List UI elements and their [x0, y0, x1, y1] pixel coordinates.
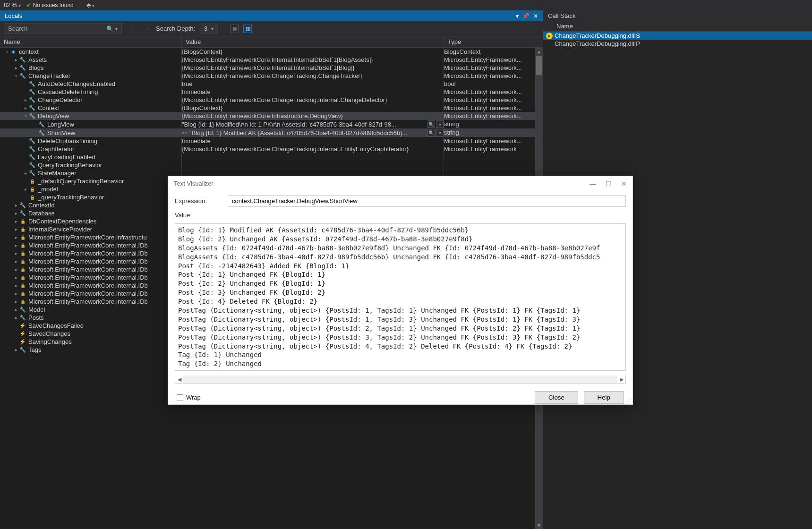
expander-icon[interactable]: ▸ [13, 307, 19, 312]
dropdown-icon[interactable]: ▾ [436, 129, 444, 137]
expander-icon[interactable]: ▸ [13, 299, 19, 304]
tree-row[interactable]: 🔧QueryTrackingBehavior [0, 161, 543, 169]
node-name: Model [28, 306, 45, 313]
locals-panel-title[interactable]: Locals ▾ 📌 ✕ [0, 10, 543, 21]
close-icon[interactable]: ✕ [533, 13, 538, 19]
scroll-right-icon[interactable]: ▶ [617, 376, 625, 383]
visualizer-icon[interactable]: 🔍 [427, 120, 435, 128]
lock-icon: 🔒 [19, 242, 26, 249]
column-type[interactable]: Type [444, 36, 543, 47]
expander-icon[interactable]: ▸ [13, 235, 19, 240]
search-input[interactable]: Search 🔍 ▾ [4, 23, 122, 34]
callstack-row[interactable]: ▸ChangeTrackerDebugging.dll!S [543, 32, 812, 40]
expander-icon[interactable]: ▸ [13, 65, 19, 70]
tree-row[interactable]: ▸🔧Blogs{Microsoft.EntityFrameworkCore.In… [0, 64, 543, 72]
tree-row[interactable]: ▸🔧Context{BlogsContext}Microsoft.EntityF… [0, 104, 543, 112]
issues-status[interactable]: ✔No issues found [26, 2, 74, 9]
node-name: Microsoft.EntityFrameworkCore.Internal.I… [28, 282, 148, 289]
tree-row[interactable]: 🔧AutoDetectChangesEnabledtruebool [0, 80, 543, 88]
tree-row[interactable]: ▸🔧Assets{Microsoft.EntityFrameworkCore.I… [0, 56, 543, 64]
node-name: DebugView [38, 112, 69, 119]
filter-icon[interactable]: ▦ [230, 25, 239, 33]
expander-icon[interactable]: ▸ [23, 171, 28, 176]
node-name: ChangeTracker [28, 72, 70, 79]
nav-forward-icon[interactable]: → [141, 24, 151, 33]
tree-row[interactable]: 🔧CascadeDeleteTimingImmediateMicrosoft.E… [0, 88, 543, 96]
maximize-icon[interactable]: ☐ [606, 180, 612, 188]
expander-icon[interactable]: ▿ [13, 73, 19, 78]
tag-icon[interactable]: ⬘ ▾ [86, 2, 94, 9]
tree-row[interactable]: 🔧GraphIterator{Microsoft.EntityFramework… [0, 145, 543, 153]
expander-icon[interactable]: ▸ [13, 275, 19, 280]
column-value[interactable]: Value [182, 36, 444, 47]
expander-icon[interactable]: ▸ [13, 227, 19, 232]
visualizer-icon[interactable]: 🔍 [427, 129, 435, 137]
node-type: string [444, 120, 543, 128]
pin-icon[interactable]: 📌 [522, 13, 530, 19]
node-name: Blogs [28, 64, 44, 71]
pin-icon[interactable]: ⊷ [182, 129, 188, 136]
expander-icon[interactable]: ▸ [13, 243, 19, 248]
wrap-checkbox[interactable]: Wrap [177, 394, 201, 401]
scroll-thumb[interactable] [536, 56, 542, 75]
dialog-title: Text Visualizer [174, 180, 214, 188]
search-icon[interactable]: 🔍 [106, 26, 113, 32]
expander-icon[interactable]: ▸ [13, 267, 19, 272]
node-value: {Microsoft.EntityFrameworkCore.Infrastru… [182, 112, 444, 119]
search-depth-label: Search Depth: [156, 25, 195, 32]
resize-grip-icon[interactable]: ⋰ [625, 400, 631, 403]
tree-row[interactable]: ▿🔧DebugView{Microsoft.EntityFrameworkCor… [0, 112, 543, 120]
dropdown-icon[interactable]: ▾ [436, 120, 444, 128]
wrench-icon: 🔧 [19, 307, 26, 313]
column-name[interactable]: Name [0, 36, 182, 47]
close-button[interactable]: Close [535, 391, 578, 404]
expander-icon[interactable]: ▸ [23, 187, 28, 192]
zoom-level[interactable]: 82 % ▾ [4, 2, 21, 9]
expression-input[interactable] [228, 195, 626, 207]
nav-back-icon[interactable]: ← [127, 24, 137, 33]
scroll-down-icon[interactable]: ▼ [535, 521, 543, 529]
expander-icon[interactable]: ▸ [13, 219, 19, 224]
expander-icon[interactable]: ▿ [4, 49, 9, 54]
expander-icon[interactable]: ▿ [23, 113, 28, 119]
expander-icon[interactable]: ▸ [23, 105, 28, 111]
expander-icon[interactable]: ▸ [23, 97, 28, 102]
tree-row[interactable]: ▿◈context{BlogsContext}BlogsContext [0, 48, 543, 56]
wrench-icon: 🔧 [28, 146, 36, 153]
horizontal-scrollbar[interactable]: ◀ ▶ [175, 375, 626, 384]
close-icon[interactable]: ✕ [621, 180, 627, 188]
expander-icon[interactable]: ▸ [13, 291, 19, 296]
wrench-icon: 🔧 [19, 315, 26, 321]
expander-icon[interactable]: ▸ [13, 283, 19, 288]
tree-row[interactable]: 🔧ShortView⊷"Blog {Id: 1} Modified AK {As… [0, 128, 543, 137]
expander-icon[interactable]: ▸ [13, 259, 19, 264]
tree-row[interactable]: 🔧DeleteOrphansTimingImmediateMicrosoft.E… [0, 137, 543, 145]
tree-row[interactable]: ▸🔧ChangeDetector{Microsoft.EntityFramewo… [0, 96, 543, 104]
callstack-panel-title[interactable]: Call Stack [543, 10, 812, 21]
node-type: Microsoft.EntityFramework... [444, 112, 543, 119]
scroll-up-icon[interactable]: ▲ [535, 48, 543, 55]
tree-row[interactable]: 🔧LongView"Blog {Id: 1} Modified\r\n Id: … [0, 120, 543, 128]
value-textarea[interactable]: Blog {Id: 1} Modified AK {AssetsId: c478… [175, 223, 626, 371]
expander-icon[interactable]: ▸ [13, 315, 19, 320]
minimize-icon[interactable]: — [590, 180, 596, 188]
node-name: Microsoft.EntityFrameworkCore.Internal.I… [28, 242, 148, 249]
view-mode-icon[interactable]: ▥ [243, 25, 252, 33]
window-position-icon[interactable]: ▾ [516, 13, 519, 19]
callstack-name-column[interactable]: Name [556, 23, 573, 30]
expander-icon[interactable]: ▸ [13, 347, 19, 352]
expander-icon[interactable]: ▸ [13, 251, 19, 256]
expander-icon[interactable]: ▸ [13, 203, 19, 208]
search-depth-select[interactable]: 3▾ [200, 24, 218, 34]
lock-icon: 🔒 [19, 282, 26, 289]
tree-row[interactable]: 🔧LazyLoadingEnabled [0, 153, 543, 161]
tree-row[interactable]: ▿🔧ChangeTracker{Microsoft.EntityFramewor… [0, 72, 543, 80]
callstack-row[interactable]: ChangeTrackerDebugging.dll!P [543, 40, 812, 48]
help-button[interactable]: Help [584, 391, 624, 404]
frame-name: ChangeTrackerDebugging.dll!S [555, 32, 640, 39]
node-name: Microsoft.EntityFrameworkCore.Internal.I… [28, 298, 148, 305]
scroll-left-icon[interactable]: ◀ [175, 376, 183, 383]
node-value: {Microsoft.EntityFrameworkCore.ChangeTra… [182, 72, 444, 79]
expander-icon[interactable]: ▸ [13, 211, 19, 216]
expander-icon[interactable]: ▸ [13, 57, 19, 62]
